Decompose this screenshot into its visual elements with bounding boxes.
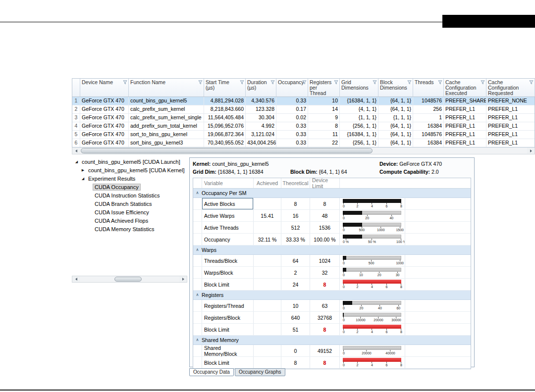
expanded-arrow-icon[interactable]: ◢	[73, 160, 80, 164]
collapsed-arrow-icon[interactable]: ▶	[80, 168, 86, 172]
achieved-value	[254, 300, 281, 311]
tick-label: 20	[365, 216, 369, 220]
tick-label: 0	[343, 285, 345, 289]
bar-graph-cell: 0204060	[340, 300, 405, 311]
variable-row[interactable]: Shared Memory/Block04915202000040000	[193, 345, 471, 357]
tree-item[interactable]: CUDA Instruction Statistics	[72, 191, 187, 199]
tree-item[interactable]: CUDA Occupancy	[72, 183, 187, 191]
variable-row[interactable]: Active Blocks8802468	[193, 198, 471, 210]
variable-row[interactable]: Registers/Block640327680100002000030000	[193, 312, 471, 324]
tree-item[interactable]: ◢count_bins_gpu_kernel5 [CUDA Launch]	[72, 157, 187, 166]
tree-item[interactable]: ◢Experiment Results	[72, 174, 187, 183]
variable-row[interactable]: Block Limit51802468	[193, 324, 471, 336]
kernel-cell: 15,096,952.076	[204, 122, 246, 130]
kernel-row[interactable]: 3GeForce GTX 470calc_prefix_sum_kernel_s…	[72, 114, 535, 122]
tick-label: 4	[371, 363, 373, 367]
collapse-icon[interactable]: ∧	[193, 293, 202, 297]
tree-horizontal-scrollbar[interactable]	[72, 276, 187, 283]
collapse-icon[interactable]: ∧	[193, 248, 202, 252]
filter-icon[interactable]	[481, 80, 485, 85]
filter-icon[interactable]	[373, 80, 377, 85]
scrollbar-track[interactable]	[80, 147, 527, 154]
filter-icon[interactable]	[302, 80, 307, 85]
kernel-cell: PREFER_L1	[444, 139, 486, 147]
tab-occupancy-data[interactable]: Occupancy Data	[189, 368, 234, 376]
variable-row[interactable]: Warps/Block2320102030	[193, 267, 471, 279]
scroll-left-button[interactable]	[72, 147, 80, 154]
tick-label: 1000	[396, 261, 404, 265]
collapse-icon[interactable]: ∧	[193, 191, 202, 195]
section-header[interactable]: ∧Occupancy Per SM	[193, 189, 471, 198]
variable-row[interactable]: Threads/Block64102405001000	[193, 255, 471, 267]
variable-row[interactable]: Active Threads5121536050010001500	[193, 222, 471, 234]
section-header[interactable]: ∧Registers	[193, 291, 471, 300]
tree-item[interactable]: CUDA Memory Statistics	[72, 225, 187, 233]
kernel-cell: 0.02	[276, 114, 308, 122]
filter-icon[interactable]	[334, 80, 338, 85]
table-horizontal-scrollbar[interactable]	[72, 147, 535, 154]
tick-label: 500	[359, 228, 365, 232]
bar-axis: 02468	[343, 329, 401, 335]
variable-row[interactable]: Occupancy32.11 %33.33 %100.00 %0 %50 %10…	[193, 234, 471, 245]
axis-tick: 6	[386, 284, 388, 289]
section-title: Shared Memory	[202, 337, 239, 343]
kernel-cell: {16384, 1, 1}	[340, 131, 378, 139]
scrollbar-thumb[interactable]	[81, 148, 373, 153]
kernel-row[interactable]: 5GeForce GTX 470sort_to_bins_gpu_kernel1…	[72, 131, 535, 139]
kernel-cell: {256, 1, 1}	[340, 122, 378, 130]
bar-graph-cell: 0100002000030000	[340, 312, 405, 323]
kernel-value: count_bins_gpu_kernel5	[212, 161, 268, 167]
filter-icon[interactable]	[198, 80, 203, 85]
kernel-cell: {64, 1, 1}	[378, 122, 413, 130]
bar-graph-cell: 0 %50 %100 %	[340, 234, 405, 245]
tick-label: 30	[396, 273, 400, 277]
tree-item[interactable]: CUDA Achieved Flops	[72, 216, 187, 225]
tab-occupancy-graphs[interactable]: Occupancy Graphs	[235, 368, 285, 376]
tree-scrollbar-track[interactable]	[80, 276, 179, 282]
variable-name: Active Blocks	[202, 198, 254, 209]
bar: 02468	[343, 325, 401, 335]
tree-scroll-right-button[interactable]	[179, 276, 187, 282]
section-header[interactable]: ∧Warps	[193, 245, 471, 255]
scroll-right-button[interactable]	[527, 147, 535, 154]
variable-row[interactable]: Active Warps15.41164802040	[193, 210, 471, 222]
kernel-cell: calc_prefix_sum_kernel_single	[129, 114, 204, 122]
filter-icon[interactable]	[407, 80, 412, 85]
filter-icon[interactable]	[438, 80, 442, 85]
kernel-column-header: Block Dimensions	[378, 79, 413, 97]
filter-icon[interactable]	[123, 80, 127, 85]
filter-icon[interactable]	[270, 80, 275, 85]
device-limit-value: 8	[310, 357, 340, 368]
tree-item[interactable]: ▶count_bins_gpu_kernel5 [CUDA Kernel]	[72, 166, 187, 174]
tree-scroll-left-button[interactable]	[72, 276, 80, 282]
tick-label: 0	[343, 363, 345, 367]
collapse-icon[interactable]: ∧	[193, 338, 202, 342]
filter-icon[interactable]	[529, 80, 534, 85]
kernel-row[interactable]: 1GeForce GTX 470count_bins_gpu_kernel54,…	[72, 97, 535, 105]
achieved-value	[254, 222, 281, 233]
kernel-row[interactable]: 4GeForce GTX 470add_prefix_sum_total_ker…	[72, 122, 535, 131]
achieved-value: 32.11 %	[254, 234, 281, 245]
kernel-row[interactable]: 6GeForce GTX 470sort_bins_gpu_kernel370,…	[72, 139, 535, 147]
axis-tick: 20000	[374, 317, 383, 322]
variable-row[interactable]: Block Limit8802468	[193, 357, 471, 369]
variables-column-header: Theoretical	[281, 178, 310, 188]
tick-label: 20	[377, 273, 381, 277]
tree-scrollbar-thumb[interactable]	[114, 277, 141, 282]
axis-tick: 4	[371, 284, 373, 289]
kernel-cell: 0.33	[276, 131, 308, 139]
tree-item[interactable]: CUDA Issue Efficiency	[72, 208, 187, 216]
tick-label: 6	[386, 204, 388, 208]
axis-tick: 20	[365, 215, 369, 220]
section-header[interactable]: ∧Shared Memory	[193, 336, 471, 345]
kernel-row[interactable]: 2GeForce GTX 470calc_prefix_sum_kernel8,…	[72, 105, 535, 114]
filter-icon[interactable]	[240, 80, 244, 85]
device-limit-value: 49152	[310, 345, 340, 356]
expanded-arrow-icon[interactable]: ◢	[80, 177, 86, 181]
variable-row[interactable]: Registers/Thread10630204060	[193, 300, 471, 312]
tree-item[interactable]: CUDA Branch Statistics	[72, 199, 187, 208]
bar-axis: 0102030	[343, 272, 401, 278]
variable-row[interactable]: Block Limit24802468	[193, 279, 471, 291]
kernel-cell: 3	[72, 114, 80, 122]
variables-column-header: Variable	[202, 178, 254, 188]
